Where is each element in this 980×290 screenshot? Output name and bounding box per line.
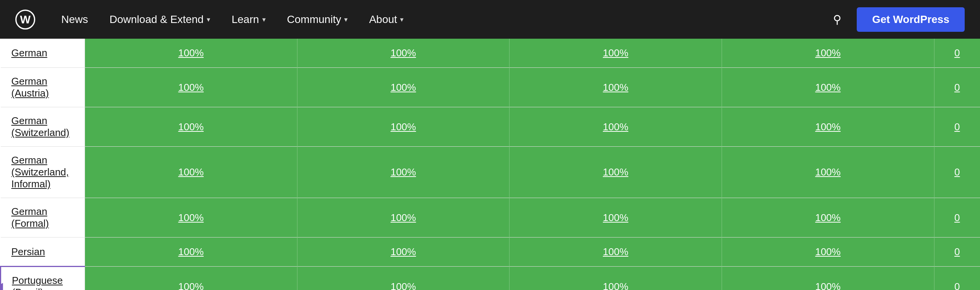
untranslated-cell: 0 <box>934 68 980 107</box>
nav-download-extend[interactable]: Download & Extend ▾ <box>99 10 221 29</box>
percentage-link[interactable]: 100% <box>178 281 204 290</box>
percentage-link[interactable]: 100% <box>603 166 629 178</box>
chevron-down-icon: ▾ <box>344 15 348 24</box>
language-cell: Persian <box>1 238 85 267</box>
language-cell: German <box>1 39 85 68</box>
percentage-link[interactable]: 100% <box>603 212 629 223</box>
language-cell: German (Formal) <box>1 198 85 238</box>
untranslated-cell: 0 <box>934 238 980 267</box>
percentage-cell: 100% <box>510 238 722 267</box>
percentage-link[interactable]: 100% <box>815 246 841 257</box>
percentage-cell: 100% <box>85 198 297 238</box>
percentage-cell: 100% <box>297 198 510 238</box>
percentage-cell: 100% <box>510 198 722 238</box>
nav-news[interactable]: News <box>51 10 99 29</box>
get-wordpress-button[interactable]: Get WordPress <box>857 7 965 32</box>
percentage-link[interactable]: 100% <box>178 121 204 133</box>
percentage-link[interactable]: 100% <box>815 47 841 59</box>
table-row: ◄Portuguese (Brazil)100%100%100%100%0 <box>1 267 980 290</box>
nav-about[interactable]: About ▾ <box>358 10 414 29</box>
chevron-down-icon: ▾ <box>400 15 403 24</box>
translation-table: German100%100%100%100%0German (Austria)1… <box>0 39 980 290</box>
percentage-link[interactable]: 100% <box>815 281 841 290</box>
percentage-link[interactable]: 100% <box>390 82 416 93</box>
percentage-link[interactable]: 100% <box>178 47 204 59</box>
percentage-link[interactable]: 100% <box>178 246 204 257</box>
table-row: Persian100%100%100%100%0 <box>1 238 980 267</box>
search-icon[interactable]: ⚲ <box>830 10 844 29</box>
percentage-link[interactable]: 100% <box>815 166 841 178</box>
language-link[interactable]: German (Austria) <box>11 75 49 99</box>
percentage-link[interactable]: 100% <box>390 212 416 223</box>
highlight-arrow-icon: ◄ <box>0 278 6 290</box>
untranslated-link[interactable]: 0 <box>954 281 960 290</box>
percentage-link[interactable]: 100% <box>603 281 629 290</box>
chevron-down-icon: ▾ <box>262 15 266 24</box>
language-link[interactable]: Portuguese (Brazil) <box>12 275 74 290</box>
untranslated-link[interactable]: 0 <box>954 82 960 93</box>
percentage-link[interactable]: 100% <box>390 47 416 59</box>
percentage-link[interactable]: 100% <box>815 212 841 223</box>
language-link[interactable]: German (Switzerland, Informal) <box>11 154 69 190</box>
percentage-link[interactable]: 100% <box>390 281 416 290</box>
percentage-link[interactable]: 100% <box>178 166 204 178</box>
language-cell: German (Switzerland) <box>1 107 85 147</box>
table-row: German (Switzerland, Informal)100%100%10… <box>1 147 980 198</box>
percentage-link[interactable]: 100% <box>815 82 841 93</box>
untranslated-link[interactable]: 0 <box>954 166 960 178</box>
language-link[interactable]: German (Formal) <box>11 206 49 229</box>
language-link[interactable]: Persian <box>11 246 45 257</box>
untranslated-link[interactable]: 0 <box>954 246 960 257</box>
percentage-cell: 100% <box>510 68 722 107</box>
translation-table-container: German100%100%100%100%0German (Austria)1… <box>0 39 980 290</box>
percentage-cell: 100% <box>722 68 934 107</box>
percentage-link[interactable]: 100% <box>178 212 204 223</box>
percentage-cell: 100% <box>297 238 510 267</box>
percentage-cell: 100% <box>85 267 297 290</box>
percentage-cell: 100% <box>510 147 722 198</box>
language-cell: ◄Portuguese (Brazil) <box>1 267 85 290</box>
percentage-cell: 100% <box>297 267 510 290</box>
untranslated-link[interactable]: 0 <box>954 121 960 133</box>
language-link[interactable]: German <box>11 47 47 59</box>
percentage-cell: 100% <box>297 68 510 107</box>
language-cell: German (Austria) <box>1 68 85 107</box>
percentage-link[interactable]: 100% <box>603 246 629 257</box>
percentage-cell: 100% <box>510 107 722 147</box>
percentage-link[interactable]: 100% <box>390 121 416 133</box>
percentage-cell: 100% <box>722 198 934 238</box>
nav-links: News Download & Extend ▾ Learn ▾ Communi… <box>51 10 830 29</box>
percentage-cell: 100% <box>722 147 934 198</box>
wordpress-logo[interactable]: W <box>15 10 35 29</box>
untranslated-link[interactable]: 0 <box>954 212 960 223</box>
percentage-cell: 100% <box>722 267 934 290</box>
chevron-down-icon: ▾ <box>207 15 210 24</box>
table-row: German (Austria)100%100%100%100%0 <box>1 68 980 107</box>
percentage-link[interactable]: 100% <box>603 47 629 59</box>
percentage-link[interactable]: 100% <box>603 82 629 93</box>
table-row: German (Switzerland)100%100%100%100%0 <box>1 107 980 147</box>
percentage-cell: 100% <box>722 107 934 147</box>
percentage-link[interactable]: 100% <box>603 121 629 133</box>
untranslated-cell: 0 <box>934 147 980 198</box>
percentage-link[interactable]: 100% <box>178 82 204 93</box>
language-link[interactable]: German (Switzerland) <box>11 115 70 138</box>
table-row: German100%100%100%100%0 <box>1 39 980 68</box>
untranslated-cell: 0 <box>934 267 980 290</box>
nav-community[interactable]: Community ▾ <box>276 10 359 29</box>
percentage-cell: 100% <box>510 267 722 290</box>
percentage-link[interactable]: 100% <box>390 246 416 257</box>
percentage-cell: 100% <box>510 39 722 68</box>
percentage-cell: 100% <box>85 147 297 198</box>
percentage-link[interactable]: 100% <box>390 166 416 178</box>
percentage-cell: 100% <box>297 39 510 68</box>
untranslated-cell: 0 <box>934 198 980 238</box>
percentage-link[interactable]: 100% <box>815 121 841 133</box>
percentage-cell: 100% <box>85 238 297 267</box>
untranslated-link[interactable]: 0 <box>954 47 960 59</box>
language-cell: German (Switzerland, Informal) <box>1 147 85 198</box>
table-row: German (Formal)100%100%100%100%0 <box>1 198 980 238</box>
percentage-cell: 100% <box>85 39 297 68</box>
nav-learn[interactable]: Learn ▾ <box>221 10 276 29</box>
nav-right: ⚲ Get WordPress <box>830 7 965 32</box>
